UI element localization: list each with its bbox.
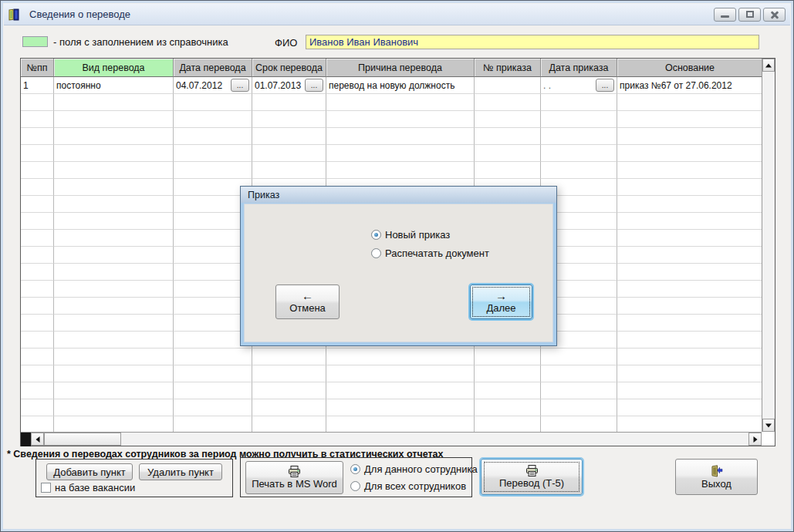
radio-new-order[interactable]	[371, 230, 381, 240]
table-cell	[617, 213, 762, 230]
radio-this-employee-label: Для данного сотрудника	[364, 463, 478, 475]
table-cell	[54, 128, 174, 145]
table-cell	[326, 128, 475, 145]
books-icon	[8, 8, 23, 21]
table-cell	[475, 128, 541, 145]
table-cell[interactable]: 1	[21, 77, 54, 94]
column-header: Срок перевода	[252, 59, 326, 77]
table-cell	[54, 264, 174, 281]
cancel-button[interactable]: ← Отмена	[275, 285, 340, 319]
maximize-icon[interactable]	[738, 8, 761, 22]
table-cell	[21, 111, 54, 128]
table-cell	[252, 145, 326, 162]
table-cell	[617, 128, 762, 145]
table-cell[interactable]: постоянно	[54, 77, 174, 94]
table-cell	[174, 399, 252, 416]
table-cell	[617, 111, 762, 128]
table-cell	[21, 128, 54, 145]
radio-print-document[interactable]	[371, 248, 381, 258]
cell-text: 04.07.2012	[176, 80, 222, 91]
minimize-icon[interactable]	[714, 8, 736, 22]
transfer-t5-button[interactable]: Перевод (Т-5)	[481, 459, 583, 495]
table-cell	[21, 416, 54, 432]
column-header: №пп	[21, 59, 54, 77]
table-cell[interactable]: 01.07.2013...	[252, 77, 326, 94]
table-cell	[541, 111, 617, 128]
column-header: Основание	[617, 59, 763, 77]
exit-label: Выход	[701, 478, 731, 490]
table-cell	[541, 416, 617, 432]
radio-all-employees[interactable]	[350, 481, 360, 491]
table-cell	[326, 348, 475, 365]
table-cell[interactable]: 04.07.2012...	[174, 77, 252, 94]
table-cell	[475, 348, 541, 365]
cell-text: постоянно	[56, 80, 101, 91]
table-cell	[252, 416, 326, 432]
table-cell	[54, 399, 174, 416]
date-picker-button[interactable]: ...	[231, 79, 249, 92]
vertical-scrollbar[interactable]	[762, 59, 775, 432]
table-cell	[326, 162, 475, 179]
table-cell	[541, 162, 617, 179]
table-cell	[326, 145, 475, 162]
fio-input[interactable]	[306, 35, 759, 49]
table-cell	[21, 162, 54, 179]
add-item-button[interactable]: Добавить пункт	[46, 463, 133, 480]
radio-this-employee[interactable]	[350, 464, 360, 474]
table-cell	[475, 162, 541, 179]
vacancy-checkbox[interactable]	[41, 483, 51, 493]
table-row	[21, 382, 762, 399]
table-row	[21, 162, 762, 179]
cancel-label: Отмена	[289, 302, 326, 314]
radio-new-order-label: Новый приказ	[385, 229, 450, 241]
exit-button[interactable]: Выход	[675, 459, 758, 495]
table-cell	[174, 348, 252, 365]
delete-item-button[interactable]: Удалить пункт	[139, 463, 222, 480]
table-cell	[54, 365, 174, 382]
print-word-button[interactable]: Печать в MS Word	[245, 461, 343, 494]
left-arrow-icon: ←	[302, 291, 313, 301]
table-row: 1постоянно04.07.2012...01.07.2013...пере…	[21, 77, 762, 94]
date-picker-button[interactable]: ...	[305, 79, 323, 92]
date-picker-button[interactable]: ...	[596, 79, 614, 92]
table-cell	[617, 264, 762, 281]
print-word-label: Печать в MS Word	[252, 478, 337, 490]
table-cell	[326, 382, 475, 399]
table-cell	[541, 128, 617, 145]
table-cell	[54, 230, 174, 247]
legend-label: - поля с заполнением из справочника	[53, 36, 228, 48]
table-cell	[54, 348, 174, 365]
table-cell	[21, 94, 54, 111]
table-cell	[541, 145, 617, 162]
horizontal-scroll-thumb[interactable]	[44, 433, 121, 446]
printer-icon	[288, 466, 301, 477]
table-cell	[21, 213, 54, 230]
close-icon[interactable]	[763, 8, 786, 22]
table-cell	[54, 382, 174, 399]
table-cell[interactable]: . ....	[541, 77, 617, 94]
cell-text: 1	[23, 80, 29, 91]
table-cell[interactable]: перевод на новую должность	[326, 77, 475, 94]
horizontal-scrollbar[interactable]	[21, 432, 762, 446]
table-cell	[617, 315, 762, 332]
scroll-right-icon[interactable]	[748, 433, 762, 446]
table-cell	[54, 332, 174, 348]
table-cell	[617, 162, 762, 179]
column-header: Причина перевода	[326, 59, 475, 77]
titlebar: Сведения о переводе	[4, 4, 790, 25]
radio-all-employees-label: Для всех сотрудников	[364, 480, 466, 492]
table-cell	[21, 264, 54, 281]
table-cell[interactable]: приказ №67 от 27.06.2012	[617, 77, 762, 94]
column-header: № приказа	[475, 59, 541, 77]
scroll-down-icon[interactable]	[762, 419, 775, 432]
scroll-left-icon[interactable]	[31, 433, 44, 446]
next-button[interactable]: → Далее	[470, 285, 532, 319]
table-cell	[617, 365, 762, 382]
table-cell	[541, 382, 617, 399]
table-cell[interactable]	[475, 77, 541, 94]
table-cell	[617, 94, 762, 111]
table-cell	[21, 281, 54, 298]
scroll-up-icon[interactable]	[762, 59, 775, 72]
table-cell	[54, 111, 174, 128]
fio-label: ФИО	[275, 37, 297, 49]
